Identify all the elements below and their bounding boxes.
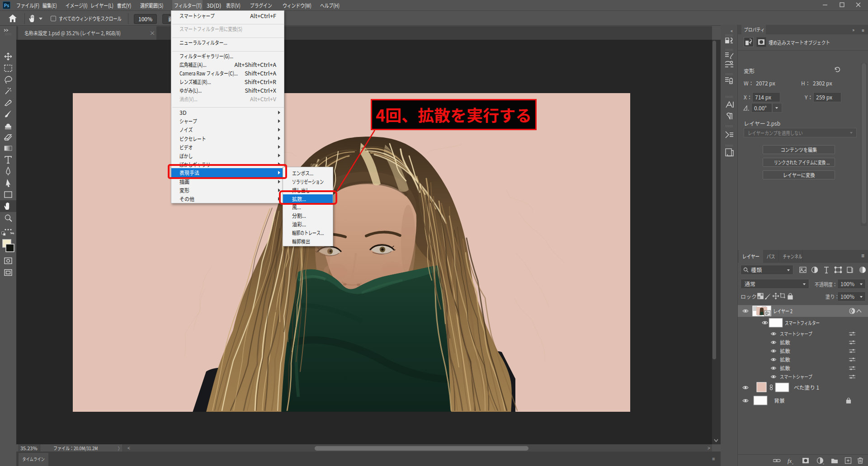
svg-text:レイヤー 2: レイヤー 2 (773, 307, 793, 315)
svg-text:拡散: 拡散 (780, 339, 790, 346)
svg-text:拡散: 拡散 (780, 364, 790, 372)
svg-text:スマートシャープ: スマートシャープ (780, 373, 812, 380)
svg-text:スマートフィルター: スマートフィルター (785, 319, 820, 326)
svg-text:スマートシャープ: スマートシャープ (780, 330, 812, 337)
svg-text:拡散: 拡散 (780, 347, 790, 354)
svg-text:fx: fx (788, 457, 792, 464)
svg-text:べた塗り 1: べた塗り 1 (794, 383, 819, 391)
svg-text:背景: 背景 (774, 396, 785, 404)
svg-text:拡散: 拡散 (780, 356, 790, 363)
